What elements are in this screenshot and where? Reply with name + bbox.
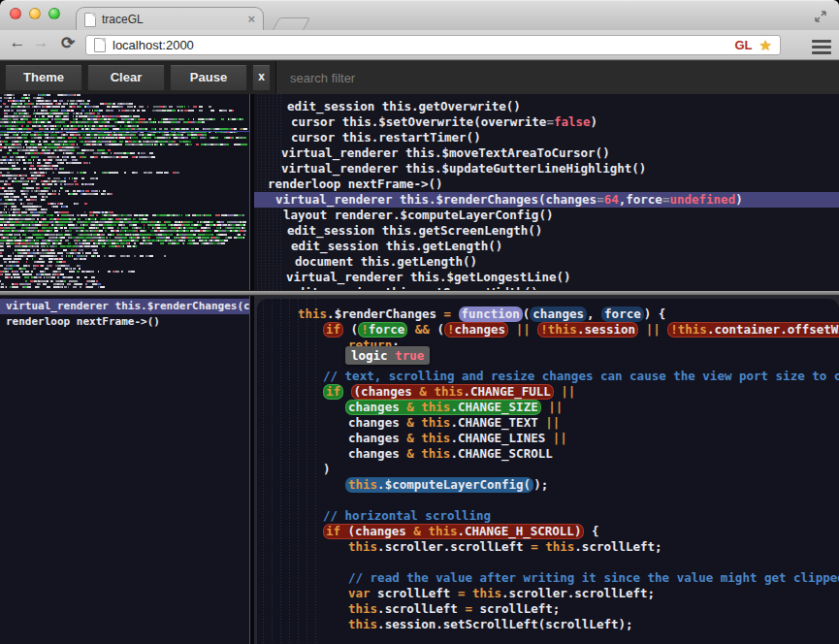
clear-button[interactable]: Clear (87, 65, 165, 91)
app-toolbar: Theme Clear Pause x (0, 60, 839, 94)
search-filter-input[interactable] (276, 71, 839, 85)
call-line[interactable]: cursor this.restartTimer() (254, 130, 839, 145)
address-bar[interactable]: GL ★ (85, 35, 781, 55)
code-line[interactable] (257, 353, 839, 369)
close-window-button[interactable] (10, 8, 21, 19)
call-line[interactable]: cursor this.$setOverwrite(overwrite=fals… (254, 114, 839, 130)
back-button[interactable]: ← (6, 33, 29, 52)
code-line[interactable]: // text, scrolling and resize changes ca… (257, 369, 839, 384)
call-line[interactable]: edit_session this.getOverwrite() (254, 99, 839, 114)
call-line[interactable]: layout renderer.$computeLayerConfig() (254, 208, 839, 223)
close-filter-button[interactable]: x (252, 65, 271, 91)
code-panel-outer: logic true this.$renderChanges = functio… (254, 296, 839, 644)
call-line[interactable]: edit_session this.getLength() (254, 239, 839, 254)
tooltip-label: logic (351, 348, 395, 363)
code-line[interactable] (257, 555, 839, 570)
trace-minimap-canvas[interactable] (0, 94, 249, 290)
code-line[interactable]: changes & this.CHANGE_SIZE || (257, 400, 839, 415)
code-line[interactable]: var scrollLeft = this.scroller.scrollLef… (257, 586, 839, 601)
code-line[interactable]: this.scrollLeft = scrollLeft; (257, 601, 839, 617)
code-line[interactable]: if (changes & this.CHANGE_H_SCROLL) { (257, 524, 839, 539)
call-line[interactable]: virtual_renderer this.$moveTextAreaToCur… (254, 145, 839, 161)
browser-menu-icon[interactable] (812, 40, 831, 57)
traffic-lights (10, 8, 60, 19)
tooltip-value: true (395, 348, 424, 363)
tab-title: traceGL (102, 13, 242, 26)
search-filter-wrap (275, 61, 839, 95)
gl-extension-badge[interactable]: GL (734, 38, 752, 52)
main-area: edit_session this.getOverwrite()cursor t… (0, 94, 839, 644)
reload-button[interactable]: ⟳ (56, 33, 80, 53)
favicon-page-icon (84, 13, 96, 27)
tab-close-icon[interactable]: × (247, 15, 255, 24)
trace-minimap-panel[interactable] (0, 94, 249, 290)
code-line[interactable]: changes & this.CHANGE_SCROLL (257, 446, 839, 462)
call-line[interactable]: renderloop nextFrame->() (254, 177, 839, 192)
call-line[interactable]: virtual_renderer this.$renderChanges(cha… (254, 192, 839, 208)
call-line[interactable]: document this.getLength() (254, 254, 839, 270)
code-line[interactable]: ) (257, 462, 839, 477)
theme-button[interactable]: Theme (5, 65, 82, 91)
code-line[interactable]: return; (257, 338, 839, 353)
browser-window: traceGL × ← → ⟳ GL ★ Theme Clear Pause x (0, 0, 839, 644)
code-line[interactable]: this.scroller.scrollLeft = this.scrollLe… (257, 539, 839, 555)
fullscreen-icon[interactable] (814, 10, 827, 27)
code-line[interactable] (257, 493, 839, 508)
titlebar[interactable]: traceGL × (0, 0, 839, 30)
code-line[interactable]: changes & this.CHANGE_LINES || (257, 431, 839, 446)
call-line[interactable]: edit_session this.getScreenLength() (254, 223, 839, 239)
call-list-panel: edit_session this.getOverwrite()cursor t… (254, 94, 839, 290)
code-line[interactable]: // read the value after writing it since… (257, 570, 839, 586)
code-panel: logic true this.$renderChanges = functio… (257, 299, 839, 644)
code-line[interactable]: if (changes & this.CHANGE_FULL || (257, 384, 839, 400)
horizontal-splitter[interactable] (0, 290, 839, 296)
url-page-icon (94, 38, 106, 52)
stack-line[interactable]: virtual_renderer this.$renderChanges(cha… (0, 299, 249, 314)
stack-panel: virtual_renderer this.$renderChanges(cha… (0, 296, 249, 644)
minimize-window-button[interactable] (29, 8, 41, 19)
bookmark-star-icon[interactable]: ★ (759, 38, 772, 52)
url-input[interactable] (113, 38, 727, 52)
value-tooltip: logic true (345, 346, 430, 365)
pause-button[interactable]: Pause (170, 65, 247, 91)
code-line[interactable]: this.session.setScrollLeft(scrollLeft); (257, 617, 839, 632)
tab-tracegl[interactable]: traceGL × (76, 7, 264, 31)
forward-button[interactable]: → (29, 33, 52, 52)
code-line[interactable]: this.$renderChanges = function(changes, … (257, 306, 839, 322)
stack-line[interactable]: renderloop nextFrame->() (0, 314, 249, 330)
call-line[interactable]: virtual_renderer this.$getLongestLine() (254, 270, 839, 285)
call-line[interactable]: virtual_renderer this.$updateGutterLineH… (254, 161, 839, 177)
code-line[interactable]: // horizontal scrolling (257, 508, 839, 524)
zoom-window-button[interactable] (48, 8, 60, 19)
code-line[interactable]: changes & this.CHANGE_TEXT || (257, 415, 839, 431)
code-line[interactable]: if (!force && (!changes || !this.session… (257, 322, 839, 338)
code-line[interactable]: this.$computeLayerConfig(); (257, 477, 839, 493)
